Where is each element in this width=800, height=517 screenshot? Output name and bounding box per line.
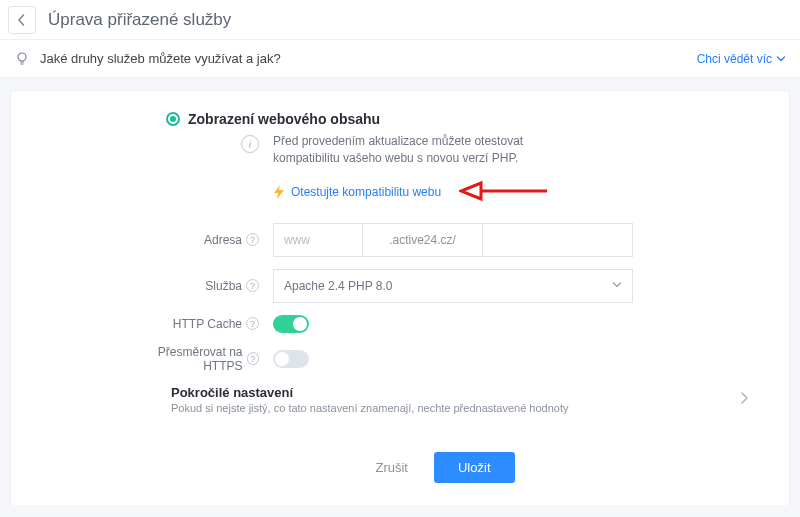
service-label-text: Služba — [205, 279, 242, 293]
advanced-settings-title: Pokročilé nastavení — [171, 385, 568, 400]
info-banner: Jaké druhy služeb můžete využívat a jak?… — [0, 40, 800, 78]
banner-question: Jaké druhy služeb můžete využívat a jak? — [40, 51, 697, 66]
row-http-cache: HTTP Cache ? — [121, 315, 759, 333]
chevron-down-icon — [776, 54, 786, 64]
annotation-arrow-icon — [459, 178, 549, 207]
section-web-content-title: Zobrazení webového obsahu — [188, 111, 380, 127]
address-subdomain-input[interactable]: www — [273, 223, 363, 257]
info-icon: i — [241, 135, 259, 153]
form-actions: Zrušit Uložit — [121, 452, 759, 483]
chevron-down-icon — [612, 279, 622, 293]
service-label: Služba ? — [121, 279, 273, 293]
save-button[interactable]: Uložit — [434, 452, 515, 483]
row-address: Adresa ? www .active24.cz/ — [121, 223, 759, 257]
advanced-settings-subtitle: Pokud si nejste jistý, co tato nastavení… — [171, 402, 568, 414]
svg-point-0 — [18, 53, 26, 61]
http-cache-toggle[interactable] — [273, 315, 309, 333]
section-info: i Před provedením aktualizace můžete ote… — [241, 133, 759, 168]
main-panel: Zobrazení webového obsahu i Před provede… — [10, 90, 790, 505]
http-cache-label: HTTP Cache ? — [121, 317, 273, 331]
help-icon[interactable]: ? — [246, 233, 259, 246]
advanced-settings-text: Pokročilé nastavení Pokud si nejste jist… — [171, 385, 568, 414]
test-compatibility-row: Otestujte kompatibilitu webu — [273, 178, 759, 207]
section-info-text: Před provedením aktualizace můžete otest… — [273, 133, 593, 168]
service-select-value: Apache 2.4 PHP 8.0 — [284, 279, 393, 293]
header-bar: Úprava přiřazené služby — [0, 0, 800, 40]
help-icon[interactable]: ? — [247, 352, 260, 365]
chevron-right-icon — [739, 391, 749, 408]
http-cache-label-text: HTTP Cache — [173, 317, 242, 331]
banner-more-link-text: Chci vědět víc — [697, 52, 772, 66]
address-input-group: www .active24.cz/ — [273, 223, 633, 257]
service-select[interactable]: Apache 2.4 PHP 8.0 — [273, 269, 633, 303]
row-service: Služba ? Apache 2.4 PHP 8.0 — [121, 269, 759, 303]
help-icon[interactable]: ? — [246, 317, 259, 330]
address-label: Adresa ? — [121, 233, 273, 247]
chevron-left-icon — [17, 14, 27, 26]
https-redirect-label-text: Přesměrovat na HTTPS — [121, 345, 243, 373]
cancel-button[interactable]: Zrušit — [365, 452, 418, 483]
advanced-settings[interactable]: Pokročilé nastavení Pokud si nejste jist… — [171, 385, 759, 414]
address-label-text: Adresa — [204, 233, 242, 247]
radio-selected-icon — [166, 112, 180, 126]
https-redirect-toggle[interactable] — [273, 350, 309, 368]
address-path-input[interactable] — [483, 223, 633, 257]
svg-marker-2 — [461, 183, 481, 199]
bolt-icon — [273, 185, 285, 199]
banner-more-link[interactable]: Chci vědět víc — [697, 52, 786, 66]
row-https-redirect: Přesměrovat na HTTPS ? — [121, 345, 759, 373]
https-redirect-label: Přesměrovat na HTTPS ? — [121, 345, 273, 373]
test-compatibility-link[interactable]: Otestujte kompatibilitu webu — [291, 185, 441, 199]
back-button[interactable] — [8, 6, 36, 34]
lightbulb-icon — [14, 51, 30, 67]
page-title: Úprava přiřazené služby — [48, 10, 231, 30]
address-domain-segment: .active24.cz/ — [363, 223, 483, 257]
help-icon[interactable]: ? — [246, 279, 259, 292]
section-web-content[interactable]: Zobrazení webového obsahu — [166, 111, 759, 127]
